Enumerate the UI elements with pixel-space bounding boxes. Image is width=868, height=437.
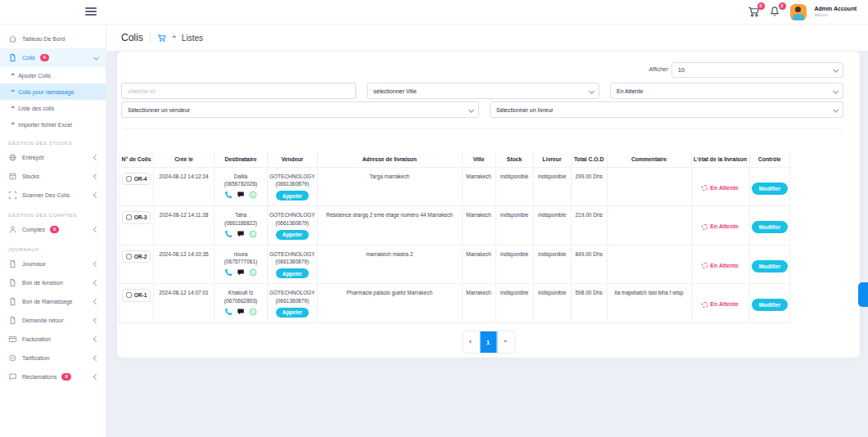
colis-count-badge: 4 [40,54,49,61]
user-avatar[interactable] [790,4,807,20]
user-menu[interactable]: Admin Account admin [815,6,857,19]
table-row: OR-3 2024-08-12 14:11:28 Taha (066118682… [120,206,790,246]
col-header: Commentaire [607,151,691,167]
phone-icon[interactable] [224,230,233,238]
whatsapp-icon[interactable] [249,191,257,199]
col-header: Contrôle [749,151,789,167]
sidebar-item-tableau-de-bord[interactable]: Tableau De Bord [0,29,106,48]
chevron-left-icon [93,155,98,160]
row-checkbox[interactable] [126,176,132,182]
sidebar-item-scanner-des-colis[interactable]: Scanner Des Colis [0,186,106,205]
sidebar-item-colis-pour-ramassage[interactable]: Colis pour ramassage [0,83,106,100]
sidebar-item-importer-fichier-excel[interactable]: Importer fichier Excel [0,116,106,133]
ville-select[interactable]: sélectionner Ville [367,83,599,99]
courier-status: indisponible [533,206,571,246]
row-checkbox[interactable] [126,214,132,220]
sidebar-item-bon-de-livraison[interactable]: Bon de livraison [0,273,106,292]
whatsapp-icon[interactable] [249,308,257,316]
box-icon [8,172,17,181]
breadcrumb-current[interactable]: Listes [182,34,203,43]
parcel-id: OR-2 [134,253,147,261]
sidebar-item-tarification[interactable]: Tarification [0,349,106,367]
parcel-id-box[interactable]: OR-4 [122,173,151,186]
vendor-name: GOTECHNOLOGY [269,289,315,297]
phone-icon[interactable] [224,308,233,316]
row-checkbox[interactable] [126,292,132,298]
sidebar-item-reclamations[interactable]: Réclamations 0 [0,367,106,386]
table-row: OR-4 2024-08-12 14:12:24 Dalila (0656782… [120,167,790,206]
sidebar-item-label: Réclamations [22,374,57,380]
call-vendor-button[interactable]: Appeler [276,308,309,318]
sms-icon[interactable] [237,191,245,199]
pagination-page-1[interactable]: 1 [480,331,497,353]
floating-action-tab[interactable] [858,282,868,307]
livreur-select[interactable]: Sélectionner un livreur [490,101,843,118]
statut-select[interactable]: En Attente [610,83,843,99]
parcel-id-box[interactable]: OR-3 [122,211,151,224]
vendeur-select[interactable]: Sélectionner un vendeur [121,101,479,118]
table-row: OR-1 2024-08-12 14:07:01 Khaloufi fz (06… [120,284,790,323]
parcel-id-box[interactable]: OR-2 [122,250,151,264]
sidebar-item-colis[interactable]: Colis 4 [0,48,106,67]
phone-icon[interactable] [224,268,233,277]
pagination-prev[interactable] [463,331,480,353]
comment [607,206,691,246]
colis-table: N° de Colis Créé le Destinataire Vendeur… [119,151,790,323]
chevron-left-icon [93,280,98,285]
call-vendor-button[interactable]: Appeler [276,268,309,278]
sidebar-item-stocks[interactable]: Stocks [0,167,106,186]
target-icon [8,354,17,363]
sidebar-item-demande-retour[interactable]: Demande retour [0,311,106,330]
cart-button[interactable]: 5 [748,6,761,19]
afficher-label: Afficher [629,66,668,72]
call-vendor-button[interactable]: Appeler [276,191,309,200]
parcel-id: OR-3 [134,214,147,222]
pagination-next[interactable] [497,331,514,353]
sidebar-item-entrepot[interactable]: Entrepôt [0,148,106,167]
parcel-id-box[interactable]: OR-1 [122,289,151,302]
file-icon [8,259,17,268]
vendor-name: GOTECHNOLOGY [269,250,315,259]
vendor-name: GOTECHNOLOGY [269,211,315,219]
recipient-name: Khaloufi fz [216,289,265,297]
sms-icon[interactable] [237,230,245,238]
file-icon [8,278,17,287]
sidebar-item-label: Entrepôt [22,155,43,160]
page-size-select[interactable]: 10 [671,62,843,78]
modifier-button[interactable]: Modifier [752,260,788,273]
chevron-left-icon [93,261,98,266]
total-cod: 849.00 Dhs [571,245,607,284]
sidebar-item-facturation[interactable]: Facturation [0,330,106,349]
sidebar-item-journaux[interactable]: Journaux [0,255,106,273]
hamburger-menu-icon[interactable] [85,7,97,16]
whatsapp-icon[interactable] [249,230,257,238]
page-size-value: 10 [678,67,685,73]
stock-status: indisponible [495,284,533,323]
notifications-button[interactable]: 2 [769,6,782,19]
sidebar-item-ajouter-colis[interactable]: Ajouter Colis [0,67,106,83]
modifier-button[interactable]: Modifier [752,221,788,233]
delivery-address: Résidence drargq 2 eme étage numéro 44 M… [317,206,462,246]
row-checkbox[interactable] [126,254,132,259]
sidebar-item-label: Tableau De Bord [22,36,65,42]
sms-icon[interactable] [237,308,245,316]
file-icon [8,297,17,306]
col-header: Adresse de livraison [317,151,462,167]
sidebar-item-comptes[interactable]: Comptes 0 [0,220,106,239]
sms-icon[interactable] [237,268,245,277]
statut-value: En Attente [617,88,643,94]
file-icon [8,53,17,62]
col-header: N° de Colis [120,151,154,167]
sidebar-item-bon-de-ramassage[interactable]: Bon de Ramassage [0,292,106,311]
city: Marrakech [462,167,495,206]
stock-status: indisponible [495,206,533,246]
modifier-button[interactable]: Modifier [752,182,788,195]
call-vendor-button[interactable]: Appeler [276,230,309,240]
sidebar-item-liste-des-colis[interactable]: Liste des colis [0,100,106,116]
comptes-count-badge: 0 [50,226,59,233]
whatsapp-icon[interactable] [249,268,257,277]
phone-icon[interactable] [224,191,233,199]
search-input[interactable] [121,83,356,99]
sidebar-item-label: Tarification [22,355,49,361]
modifier-button[interactable]: Modifier [752,299,788,311]
